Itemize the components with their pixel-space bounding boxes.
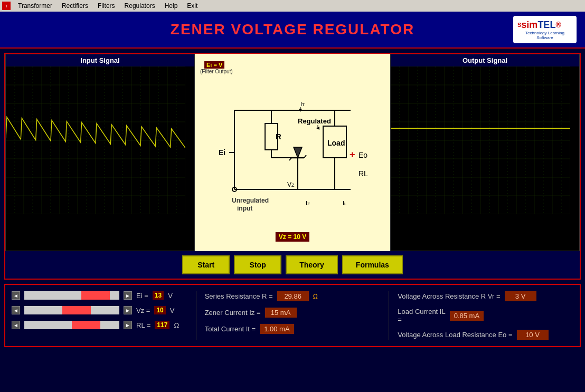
- ei-slider-row: ◄ ► Ei = 13 V: [12, 291, 187, 300]
- ei-slider-track[interactable]: [24, 291, 119, 300]
- start-button[interactable]: Start: [182, 255, 230, 274]
- zener-iz-label: Zener Current Iz =: [205, 309, 261, 317]
- svg-text:Eo: Eo: [358, 151, 367, 159]
- rl-label: RL =: [136, 321, 150, 329]
- ei-slider-left[interactable]: ◄: [12, 291, 20, 300]
- output-signal-label: Output Signal: [391, 54, 579, 66]
- menubar: T Transformer Rectifiers Filters Regulat…: [0, 0, 585, 12]
- vz-slider-row: ◄ ► Vz = 10 V: [12, 306, 187, 314]
- page-title: ZENER VOLTAGE REGULATOR: [72, 21, 513, 38]
- logo-tel-text: TEL: [537, 20, 555, 31]
- stop-button[interactable]: Stop: [234, 255, 281, 274]
- svg-text:Regulated: Regulated: [298, 117, 331, 125]
- svg-text:IT: IT: [300, 101, 305, 107]
- rl-unit: Ω: [174, 321, 179, 329]
- sliders-column: ◄ ► Ei = 13 V ◄ ► Vz = 10 V ◄: [12, 291, 187, 340]
- oscilloscope-row: Input Signal Ei = V (Filter Output) Vz =…: [5, 54, 580, 251]
- vz-value: 10: [154, 306, 165, 314]
- calc-col-1: Series Resistance R = 29.86 Ω Zener Curr…: [196, 291, 381, 340]
- output-osc-screen: [391, 66, 579, 214]
- vz-label: Vz =: [136, 307, 150, 314]
- vr-label: Voltage Across Resistance R Vr =: [398, 292, 500, 300]
- il-row: Load Current IL= 0.85 mA: [398, 308, 573, 323]
- il-value: 0.85 mA: [450, 311, 484, 321]
- theory-button[interactable]: Theory: [286, 255, 338, 274]
- svg-text:IL: IL: [343, 200, 347, 206]
- total-it-label: Total Current It =: [205, 325, 256, 333]
- rl-slider-row: ◄ ► RL = 117 Ω: [12, 321, 187, 329]
- input-osc-screen: [6, 66, 194, 214]
- svg-text:R: R: [276, 132, 281, 141]
- svg-text:IZ: IZ: [306, 200, 310, 206]
- il-label: Load Current IL=: [398, 308, 445, 323]
- ei-value: 13: [153, 291, 164, 300]
- filter-output-label: (Filter Output): [200, 69, 233, 74]
- svg-text:input: input: [237, 205, 252, 212]
- vr-value: 3 V: [505, 291, 536, 301]
- menu-regulators[interactable]: Regulators: [120, 1, 159, 11]
- ei-label: Ei =: [136, 292, 148, 300]
- input-oscilloscope: Input Signal: [5, 54, 195, 251]
- company-logo: S sim TEL ® Technology Learning Software: [513, 16, 577, 43]
- vz-slider-left[interactable]: ◄: [12, 306, 20, 314]
- menu-rectifiers[interactable]: Rectifiers: [58, 1, 92, 11]
- svg-text:Ei: Ei: [219, 148, 225, 157]
- series-r-label: Series Resistance R =: [205, 292, 273, 300]
- input-signal-label: Input Signal: [6, 54, 194, 66]
- vz-slider-track[interactable]: [24, 306, 119, 314]
- app-icon: T: [2, 2, 11, 10]
- menu-filters[interactable]: Filters: [93, 1, 119, 11]
- svg-text:VZ: VZ: [287, 181, 295, 188]
- buttons-row: Start Stop Theory Formulas: [5, 251, 580, 279]
- vz-slider-right[interactable]: ►: [124, 306, 132, 314]
- svg-text:+: +: [350, 149, 355, 160]
- eo-row: Voltage Across Load Resistance Eo = 10 V: [398, 330, 573, 340]
- ei-unit: V: [168, 292, 173, 300]
- ei-slider-right[interactable]: ►: [124, 291, 132, 300]
- zener-iz-value: 15 mA: [265, 308, 297, 318]
- circuit-svg: Ei R IT: [203, 84, 382, 221]
- vr-row: Voltage Across Resistance R Vr = 3 V: [398, 291, 573, 301]
- zener-iz-row: Zener Current Iz = 15 mA: [205, 308, 381, 318]
- vz-badge: Vz = 10 V: [276, 232, 309, 242]
- rl-value: 117: [155, 321, 169, 329]
- total-it-value: 1.00 mA: [260, 324, 294, 334]
- series-r-unit: Ω: [313, 293, 318, 300]
- menu-help[interactable]: Help: [161, 1, 182, 11]
- header: ZENER VOLTAGE REGULATOR S sim TEL ® Tech…: [0, 12, 585, 49]
- formulas-button[interactable]: Formulas: [342, 255, 403, 274]
- logo-sim-text: sim: [521, 20, 537, 31]
- series-r-value: 29.86: [277, 291, 309, 301]
- rl-slider-right[interactable]: ►: [124, 321, 132, 329]
- svg-text:RL: RL: [358, 169, 368, 178]
- menu-transformer[interactable]: Transformer: [14, 1, 56, 11]
- main-content: Input Signal Ei = V (Filter Output) Vz =…: [0, 49, 585, 392]
- series-r-row: Series Resistance R = 29.86 Ω: [205, 291, 381, 301]
- bottom-panel: ◄ ► Ei = 13 V ◄ ► Vz = 10 V ◄: [4, 284, 581, 347]
- total-it-row: Total Current It = 1.00 mA: [205, 324, 381, 334]
- calc-col-2: Voltage Across Resistance R Vr = 3 V Loa…: [389, 291, 573, 340]
- svg-text:Unregulated: Unregulated: [232, 197, 269, 204]
- top-panel: Input Signal Ei = V (Filter Output) Vz =…: [4, 53, 581, 280]
- svg-line-27: [304, 155, 306, 158]
- svg-marker-24: [294, 147, 302, 158]
- ei-badge: Ei = V: [204, 61, 224, 69]
- logo-subtitle: Technology Learning Software: [517, 31, 572, 40]
- menu-exit[interactable]: Exit: [183, 1, 202, 11]
- rl-slider-track[interactable]: [24, 321, 119, 329]
- eo-label: Voltage Across Load Resistance Eo =: [398, 331, 512, 339]
- rl-slider-left[interactable]: ◄: [12, 321, 20, 329]
- vz-unit: V: [170, 307, 175, 314]
- svg-text:Load: Load: [327, 139, 345, 147]
- output-oscilloscope: Output Signal: [390, 54, 580, 251]
- eo-value: 10 V: [517, 330, 549, 340]
- circuit-diagram: Ei = V (Filter Output) Vz = 10 V: [195, 54, 390, 251]
